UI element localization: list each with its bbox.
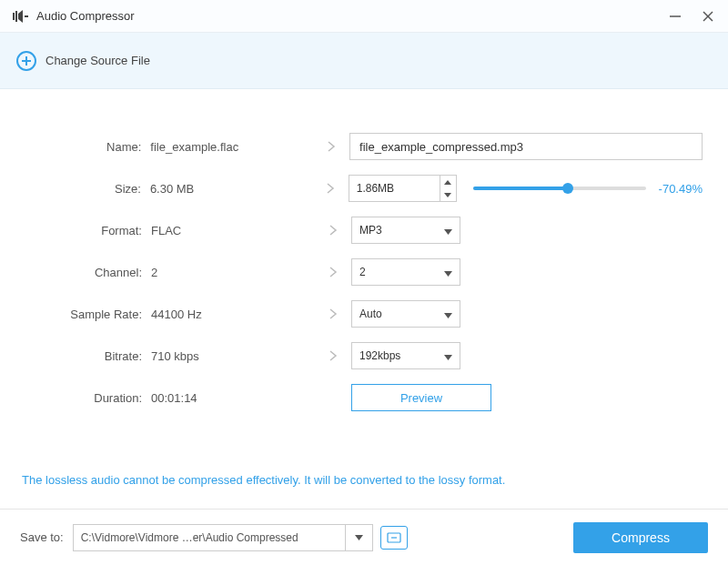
app-icon [13,10,29,23]
save-path-dropdown[interactable] [346,524,373,551]
caret-down-icon [444,266,452,279]
svg-marker-15 [355,535,363,540]
chevron-right-icon [315,349,351,362]
chevron-right-icon [315,308,351,320]
open-folder-button[interactable] [380,526,408,550]
caret-down-icon [444,308,452,321]
slider-fill [473,187,569,190]
chevron-right-icon [315,224,351,237]
caret-down-icon [444,224,452,237]
chevron-right-icon [313,140,349,153]
svg-rect-1 [15,11,17,22]
footer-bar: Save to: Compress [0,509,728,565]
label-name: Name: [36,140,150,154]
svg-marker-12 [444,271,452,277]
label-bitrate: Bitrate: [36,349,151,363]
svg-marker-2 [18,10,23,23]
caret-down-icon [444,349,452,363]
settings-form: Name: file_example.flac Size: 6.30 MB 1.… [0,89,728,419]
preview-button[interactable]: Preview [351,384,491,411]
svg-marker-10 [444,193,451,197]
row-sample-rate: Sample Rate: 44100 Hz Auto [36,293,703,335]
size-slider-wrap: -70.49% [473,182,703,196]
title-bar: Audio Compressor [0,0,728,33]
output-name-input[interactable] [349,133,703,160]
bitrate-dropdown[interactable]: 192kbps [351,342,460,369]
save-path-input[interactable] [73,524,346,551]
duration-value: 00:01:14 [151,391,315,405]
sample-rate-dropdown[interactable]: Auto [351,300,460,328]
window-controls [668,9,715,24]
minimize-icon[interactable] [668,9,682,24]
size-percent: -70.49% [659,182,703,196]
row-size: Size: 6.30 MB 1.86MB -70.49% [36,167,703,209]
slider-thumb[interactable] [562,183,573,194]
stepper-up-icon[interactable] [440,176,456,188]
source-bitrate: 710 kbps [151,349,315,363]
svg-marker-14 [444,355,452,360]
label-size: Size: [36,182,150,196]
bitrate-value: 192kbps [359,349,400,362]
chevron-right-icon [315,266,351,278]
label-format: Format: [36,224,151,237]
sample-rate-value: Auto [359,308,382,320]
source-name: file_example.flac [150,140,313,154]
conversion-notice: The lossless audio cannot be compressed … [22,473,728,487]
label-sample-rate: Sample Rate: [36,308,151,321]
source-sample-rate: 44100 Hz [151,308,315,321]
close-icon[interactable] [701,9,715,24]
compress-button[interactable]: Compress [573,522,708,553]
window-title: Audio Compressor [36,9,135,23]
svg-rect-3 [25,15,28,17]
chevron-right-icon [312,182,349,195]
source-channel: 2 [151,266,315,279]
change-source-label[interactable]: Change Source File [46,54,150,67]
svg-marker-11 [444,229,452,235]
row-duration: Duration: 00:01:14 Preview [36,377,703,419]
change-source-bar: Change Source File [0,33,728,89]
channel-value: 2 [359,266,366,278]
source-format: FLAC [151,224,315,237]
label-duration: Duration: [36,391,151,405]
svg-marker-9 [444,180,451,185]
row-channel: Channel: 2 2 [36,251,703,293]
row-name: Name: file_example.flac [36,126,703,167]
output-size-stepper[interactable]: 1.86MB [349,175,457,202]
add-source-icon[interactable] [16,51,36,71]
source-size: 6.30 MB [150,182,312,196]
save-to-label: Save to: [20,530,64,544]
format-dropdown[interactable]: MP3 [351,217,460,244]
svg-rect-0 [13,13,15,20]
channel-dropdown[interactable]: 2 [351,258,460,286]
label-channel: Channel: [36,266,151,279]
svg-marker-13 [444,313,452,318]
row-format: Format: FLAC MP3 [36,209,703,251]
format-value: MP3 [359,224,382,237]
row-bitrate: Bitrate: 710 kbps 192kbps [36,335,703,377]
size-slider[interactable] [473,187,646,190]
output-size-value: 1.86MB [349,182,440,195]
stepper-down-icon[interactable] [440,188,456,201]
